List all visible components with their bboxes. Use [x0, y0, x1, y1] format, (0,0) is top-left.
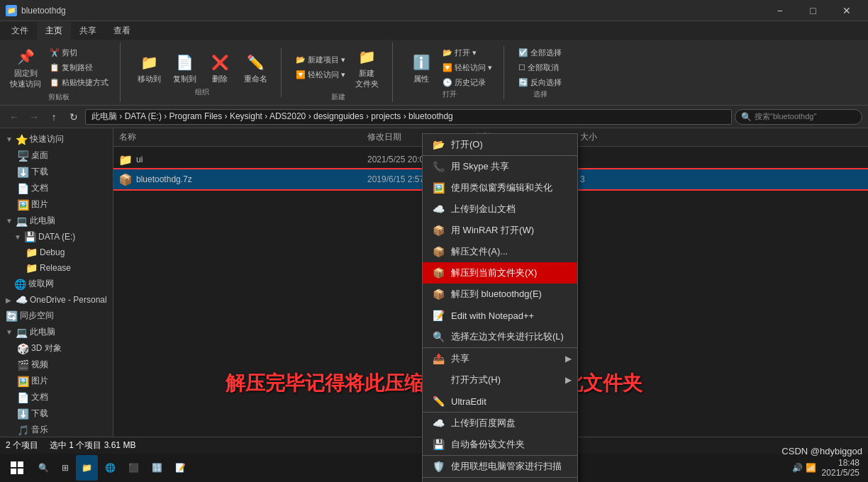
taskbar-terminal[interactable]: ⬛ [123, 455, 145, 481]
back-button[interactable]: ← [6, 108, 23, 125]
taskbar-taskview[interactable]: ⊞ [56, 455, 74, 481]
new-folder-button[interactable]: 📁 新建文件夹 [350, 43, 384, 92]
notepad-icon: 📝 [175, 463, 186, 473]
select-all-button[interactable]: ☑️ 全部选择 [516, 46, 564, 60]
submenu-arrow: ▶ [565, 354, 572, 364]
taskbar-search[interactable]: 🔍 [33, 455, 55, 481]
history-button[interactable]: 🕒 历史记录 [440, 76, 495, 89]
ctx-notepadpp[interactable]: 📝 Edit with Notepad++ [423, 305, 577, 326]
start-button[interactable] [3, 455, 31, 481]
ctx-compare[interactable]: 🔍 选择左边文件夹进行比较(L) [423, 326, 577, 348]
tab-home[interactable]: 主页 [37, 22, 71, 40]
delete-icon: ❌ [208, 51, 231, 74]
release-icon: 📁 [26, 262, 37, 274]
taskbar-notepad[interactable]: 📝 [169, 455, 191, 481]
sidebar-item-pictures[interactable]: 🖼️ 图片 [0, 196, 113, 213]
ctx-extract-here[interactable]: 📦 解压到当前文件夹(X) [423, 262, 577, 284]
taskbar-explorer[interactable]: 📁 [76, 455, 98, 481]
ctx-editor[interactable]: 🖼️ 使用类似窗秀编辑和关化 [423, 177, 577, 198]
taskbar-edge[interactable]: 🌐 [99, 455, 121, 481]
sidebar-label: 文档 [31, 391, 48, 403]
sidebar-item-pics[interactable]: 🖼️ 图片 [0, 373, 113, 389]
sidebar-item-network[interactable]: 🌐 彼取网 [0, 276, 113, 292]
col-name-header[interactable]: 名称 [119, 131, 367, 143]
search-box[interactable]: 🔍 搜索"bluetoothdg" [735, 109, 862, 125]
ctx-share[interactable]: 📤 共享 ▶ [423, 348, 577, 369]
copy-path-button[interactable]: 📋 复制路径 [47, 61, 111, 74]
easy-access-button[interactable]: 🔽 轻松访问 ▾ [293, 68, 348, 82]
ctx-backup[interactable]: 💾 自动备份该文件夹 [423, 434, 577, 456]
sidebar-item-release[interactable]: 📁 Release [0, 260, 113, 276]
ctx-ultraedit[interactable]: ✏️ UltraEdit [423, 391, 577, 413]
col-size-header[interactable]: 大小 [580, 131, 862, 143]
ctx-baidu[interactable]: ☁️ 上传到百度网盘 [423, 413, 577, 434]
terminal-icon: ⬛ [128, 463, 139, 473]
sidebar-item-video[interactable]: 🎬 视频 [0, 357, 113, 373]
delete-button[interactable]: ❌ 删除 [203, 48, 237, 87]
ctx-ultraedit-icon: ✏️ [431, 394, 445, 408]
properties-button[interactable]: ℹ️ 属性 [404, 48, 438, 87]
ctx-scan[interactable]: 🛡️ 使用联想电脑管家进行扫描 [423, 456, 577, 478]
up-button[interactable]: ↑ [45, 108, 62, 125]
tab-share[interactable]: 共享 [71, 22, 105, 40]
ribbon-content: 📌 固定到快速访问 ✂️ 剪切 📋 复制路径 📋 粘贴快捷方式 剪贴板 📁 移动… [0, 40, 868, 105]
ctx-extract-to[interactable]: 📦 解压到 bluetoothdg(E) [423, 284, 577, 305]
sidebar-item-documents[interactable]: 📄 文档 [0, 180, 113, 196]
rename-button[interactable]: ✏️ 重命名 [238, 48, 272, 87]
quickaccess-icon: ⭐ [16, 134, 27, 145]
ctx-open[interactable]: 📂 打开(O) [423, 134, 577, 156]
sidebar-item-downloads[interactable]: ⬇️ 下载 [0, 164, 113, 180]
sidebar-item-debug[interactable]: 📁 Debug [0, 245, 113, 260]
sidebar-item-thispc[interactable]: ▼ 💻 此电脑 [0, 213, 113, 229]
sidebar-item-dl2[interactable]: ⬇️ 下载 [0, 405, 113, 422]
sidebar-item-music[interactable]: 🎵 音乐 [0, 422, 113, 438]
ctx-winrar-icon: 📦 [431, 223, 445, 237]
tab-view[interactable]: 查看 [105, 22, 139, 40]
edit-button[interactable]: 🔽 轻松访问 ▾ [440, 61, 495, 74]
pin-quickaccess-button[interactable]: 📌 固定到快速访问 [6, 43, 45, 92]
forward-button[interactable]: → [26, 108, 43, 125]
refresh-button[interactable]: ↻ [65, 108, 82, 125]
deselect-all-button[interactable]: ☐ 全部取消 [516, 61, 564, 74]
ctx-upload-wps[interactable]: ☁️ 上传到金山文档 [423, 198, 577, 220]
sidebar-item-quickaccess[interactable]: ▼ ⭐ 快速访问 [0, 131, 113, 147]
cut-button[interactable]: ✂️ 剪切 [47, 46, 111, 60]
ribbon-group-new: 📂 新建项目 ▾ 🔽 轻松访问 ▾ 📁 新建文件夹 新建 [293, 43, 393, 102]
rename-icon: ✏️ [244, 51, 267, 74]
context-menu: 📂 打开(O) 📞 用 Skype 共享 🖼️ 使用类似窗秀编辑和关化 ☁️ 上… [422, 133, 578, 482]
move-button[interactable]: 📁 移动到 [132, 48, 166, 87]
ctx-upload-wps-icon: ☁️ [431, 202, 445, 216]
ctx-extract-here-label: 解压到当前文件夹(X) [451, 267, 569, 279]
sidebar-item-thispc2[interactable]: ▼ 💻 此电脑 [0, 324, 113, 340]
ctx-openwith[interactable]: 打开方式(H) ▶ [423, 369, 577, 391]
sidebar-item-3d[interactable]: 🎲 3D 对象 [0, 340, 113, 357]
paste-shortcut-button[interactable]: 📋 粘贴快捷方式 [47, 76, 111, 89]
ctx-compare-icon: 🔍 [431, 330, 445, 344]
close-button[interactable]: ✕ [830, 0, 862, 21]
ctx-skype[interactable]: 📞 用 Skype 共享 [423, 156, 577, 177]
sidebar-item-onedrive[interactable]: ▶ ☁️ OneDrive - Personal [0, 292, 113, 308]
sidebar-item-sync[interactable]: 🔄 同步空间 [0, 308, 113, 324]
copy-button[interactable]: 📄 复制到 [167, 48, 201, 87]
sidebar-label: 此电脑 [30, 215, 55, 227]
invert-selection-button[interactable]: 🔄 反向选择 [516, 76, 564, 89]
minimize-button[interactable]: − [764, 0, 796, 21]
open-button[interactable]: 📂 打开 ▾ [440, 46, 495, 60]
pictures-icon: 🖼️ [17, 199, 28, 211]
sidebar-item-data-e[interactable]: ▼ 💾 DATA (E:) [0, 229, 113, 245]
new-item-button[interactable]: 📂 新建项目 ▾ [293, 53, 348, 67]
tab-file[interactable]: 文件 [3, 22, 37, 40]
sidebar-item-desktop[interactable]: 🖥️ 桌面 [0, 147, 113, 164]
clipboard-buttons: 📌 固定到快速访问 ✂️ 剪切 📋 复制路径 📋 粘贴快捷方式 [6, 43, 111, 92]
ctx-winrar-open[interactable]: 📦 用 WinRAR 打开(W) [423, 220, 577, 241]
ctx-extract-a[interactable]: 📦 解压文件(A)... [423, 241, 577, 262]
taskbar-calc[interactable]: 🔢 [146, 455, 168, 481]
ctx-qq[interactable]: 💬 通过QQ发送到 [423, 478, 577, 482]
maximize-button[interactable]: □ [797, 0, 829, 21]
time-display[interactable]: 18:48 2021/5/25 [822, 458, 859, 478]
ctx-extract-to-label: 解压到 bluetoothdg(E) [451, 288, 569, 301]
address-path[interactable]: 此电脑 › DATA (E:) › Program Files › Keysig… [85, 109, 732, 125]
watermark: CSDN @hdybiggod [781, 446, 862, 456]
ctx-extract-a-icon: 📦 [431, 245, 445, 259]
sidebar-item-docs2[interactable]: 📄 文档 [0, 389, 113, 405]
